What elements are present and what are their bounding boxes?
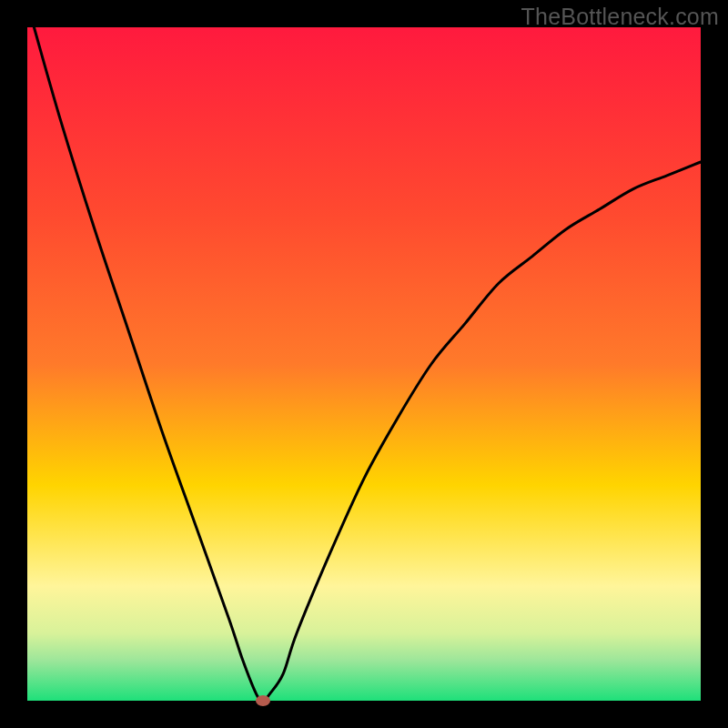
chart-canvas <box>0 0 728 728</box>
optimum-marker <box>256 695 270 706</box>
svg-rect-1 <box>27 27 701 701</box>
watermark-label: TheBottleneck.com <box>521 4 719 30</box>
bottleneck-chart: TheBottleneck.com <box>0 0 728 728</box>
